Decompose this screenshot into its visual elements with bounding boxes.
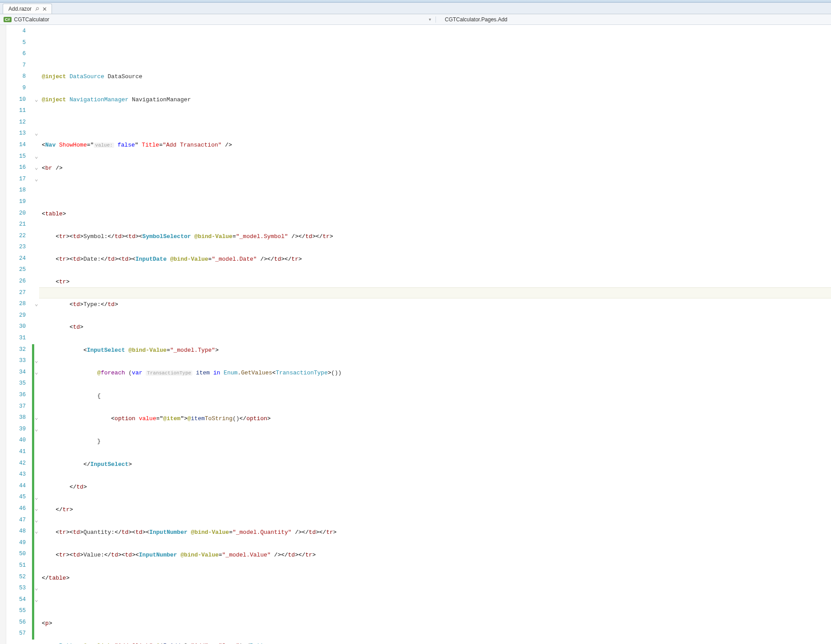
member-dropdown[interactable]: CGTCalculator.Pages.Add [435,16,831,23]
breadcrumb-bar: C# CGTCalculator ▾ CGTCalculator.Pages.A… [0,14,831,25]
csharp-badge-icon: C# [4,17,12,22]
type-name: CGTCalculator [14,16,49,23]
line-number-gutter: 4567891011121314151617181920212223242526… [6,25,32,644]
code-area[interactable]: @inject DataSource DataSource @inject Na… [42,25,831,644]
marker-margin [0,25,6,644]
type-dropdown[interactable]: C# CGTCalculator ▾ [0,16,435,23]
fold-margin: ⌄⌄⌄⌄⌄⌄⌄⌄⌄⌄⌄⌄⌄⌄⌄⌄ [35,25,42,644]
file-tab[interactable]: Add.razor ⚲ ✕ [3,4,52,14]
pin-icon[interactable]: ⚲ [34,6,40,12]
close-icon[interactable]: ✕ [42,6,47,12]
chevron-down-icon: ▾ [429,17,431,22]
code-editor[interactable]: 4567891011121314151617181920212223242526… [0,25,831,644]
member-name: CGTCalculator.Pages.Add [445,16,507,23]
tab-title: Add.razor [8,6,32,12]
tab-bar: Add.razor ⚲ ✕ [0,3,831,14]
